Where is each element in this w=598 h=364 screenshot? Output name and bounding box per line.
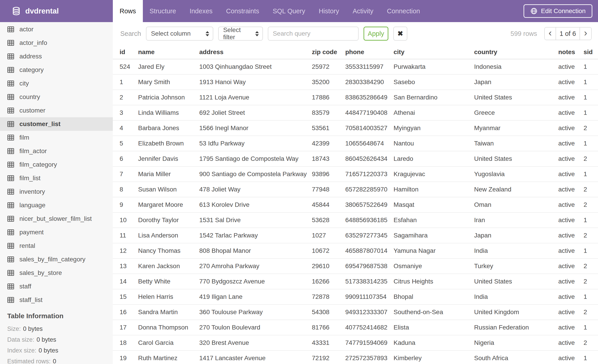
cell-city: Bhopal	[394, 289, 474, 304]
column-header-name[interactable]: name	[138, 45, 199, 59]
table-row[interactable]: 13Karen Jackson270 Amroha Parkway2961069…	[113, 259, 598, 274]
cell-name: Patricia Johnson	[138, 90, 199, 105]
column-header-sid[interactable]: sid	[583, 45, 598, 59]
cell-phone: 465887807014	[345, 243, 394, 259]
sidebar-item-film-actor[interactable]: film_actor	[0, 144, 113, 158]
sidebar-item-staff-list[interactable]: staff_list	[0, 293, 113, 307]
table-row[interactable]: 3Linda Williams692 Joliet Street83579448…	[113, 105, 598, 121]
cell-country: Yugoslavia	[474, 166, 558, 182]
table-row[interactable]: 14Betty White770 Bydgoszcz Avenue1626651…	[113, 274, 598, 289]
sidebar-item-film-list[interactable]: film_list	[0, 171, 113, 185]
cell-city: Nantou	[394, 136, 474, 151]
table-row[interactable]: 12Nancy Thomas808 Bhopal Manor1067246588…	[113, 243, 598, 259]
cell-city: Kragujevac	[394, 166, 474, 182]
tab-rows[interactable]: Rows	[113, 0, 143, 22]
tab-history[interactable]: History	[312, 0, 346, 22]
column-header-phone[interactable]: phone	[345, 45, 394, 59]
table-row[interactable]: 8Susan Wilson478 Joliet Way7794865728228…	[113, 182, 598, 197]
table-row[interactable]: 18Carol Garcia320 Brest Avenue4333174779…	[113, 335, 598, 350]
table-row[interactable]: 4Barbara Jones1566 Inegl Manor5356170581…	[113, 121, 598, 136]
cell-zip-code: 17886	[312, 90, 345, 105]
cell-name: Jennifer Davis	[138, 151, 199, 166]
column-header-id[interactable]: id	[113, 45, 138, 59]
table-row[interactable]: 524Jared Ely1003 Qinhuangdao Street25972…	[113, 59, 598, 74]
sidebar-item-actor[interactable]: actor	[0, 23, 113, 36]
table-row[interactable]: 10Dorothy Taylor1531 Sal Drive5362864885…	[113, 212, 598, 228]
cell-country: India	[474, 289, 558, 304]
sidebar-item-sales-by-store[interactable]: sales_by_store	[0, 266, 113, 280]
sidebar-item-category[interactable]: category	[0, 63, 113, 77]
cell-country: Iran	[474, 212, 558, 228]
cell-address: 53 Idfu Parkway	[199, 136, 312, 151]
column-header-country[interactable]: country	[474, 45, 558, 59]
column-select[interactable]: Select column	[146, 27, 213, 40]
tab-structure[interactable]: Structure	[143, 0, 183, 22]
cell-name: Elizabeth Brown	[138, 136, 199, 151]
sidebar-item-nicer-but-slower-film-list[interactable]: nicer_but_slower_film_list	[0, 212, 113, 226]
table-grid-icon	[7, 297, 14, 303]
sidebar-item-film[interactable]: film	[0, 131, 113, 144]
cell-zip-code: 10672	[312, 243, 345, 259]
tab-indexes[interactable]: Indexes	[183, 0, 219, 22]
column-header-notes[interactable]: notes	[558, 45, 583, 59]
sidebar-item-customer-list[interactable]: customer_list	[0, 117, 113, 131]
sidebar-item-actor-info[interactable]: actor_info	[0, 36, 113, 50]
search-query-input[interactable]	[268, 27, 358, 40]
cell-phone: 407752414682	[345, 320, 394, 335]
table-row[interactable]: 19Ruth Martinez1417 Lancaster Avenue7219…	[113, 350, 598, 364]
tab-connection[interactable]: Connection	[380, 0, 427, 22]
table-row[interactable]: 17Donna Thompson270 Toulon Boulevard8176…	[113, 320, 598, 335]
table-row[interactable]: 9Margaret Moore613 Korolev Drive45844380…	[113, 197, 598, 212]
table-grid-icon	[7, 283, 14, 290]
tab-activity[interactable]: Activity	[346, 0, 380, 22]
filter-select[interactable]: Select filter	[218, 27, 263, 40]
cell-phone: 517338314235	[345, 274, 394, 289]
table-row[interactable]: 6Jennifer Davis1795 Santiago de Composte…	[113, 151, 598, 166]
sidebar-item-label: film_actor	[19, 147, 47, 155]
cell-phone: 695479687538	[345, 259, 394, 274]
column-header-city[interactable]: city	[394, 45, 474, 59]
clear-search-button[interactable]: ✖	[393, 27, 407, 40]
sidebar-item-city[interactable]: city	[0, 77, 113, 90]
prev-page-button[interactable]: ‹	[545, 27, 556, 40]
table-row[interactable]: 2Patricia Johnson1121 Loja Avenue1788683…	[113, 90, 598, 105]
table-grid-icon	[7, 134, 14, 141]
info-value: 0	[53, 358, 56, 364]
edit-connection-label: Edit Connection	[541, 8, 586, 15]
tab-constraints[interactable]: Constraints	[219, 0, 266, 22]
cell-city: Southend-on-Sea	[394, 304, 474, 320]
sidebar-item-label: film_category	[19, 161, 57, 168]
sidebar-item-customer[interactable]: customer	[0, 104, 113, 117]
cell-city: Kimberley	[394, 350, 474, 364]
cell-notes: active	[558, 166, 583, 182]
table-row[interactable]: 1Mary Smith1913 Hanoi Way352002830338429…	[113, 74, 598, 90]
table-information-panel: Table Information Size:0 bytesData size:…	[0, 307, 113, 364]
sidebar-item-rental[interactable]: rental	[0, 239, 113, 253]
cell-address: 360 Toulouse Parkway	[199, 304, 312, 320]
data-grid-container: idnameaddresszip codephonecitycountrynot…	[113, 45, 598, 364]
table-row[interactable]: 16Sandra Martin360 Toulouse Parkway54308…	[113, 304, 598, 320]
apply-button[interactable]: Apply	[364, 27, 388, 40]
filter-select-value: Select filter	[223, 26, 252, 41]
sidebar-item-film-category[interactable]: film_category	[0, 158, 113, 171]
cell-id: 15	[113, 289, 138, 304]
sidebar-item-sales-by-film-category[interactable]: sales_by_film_category	[0, 253, 113, 266]
sidebar-item-inventory[interactable]: inventory	[0, 185, 113, 198]
cell-sid: 1	[583, 166, 598, 182]
tab-sql-query[interactable]: SQL Query	[266, 0, 312, 22]
table-row[interactable]: 7Maria Miller900 Santiago de Compostela …	[113, 166, 598, 182]
pagination: ‹ 1 of 6 ›	[544, 27, 592, 40]
sidebar-item-language[interactable]: language	[0, 198, 113, 212]
edit-connection-button[interactable]: Edit Connection	[523, 4, 592, 18]
table-row[interactable]: 15Helen Harris419 Iligan Lane72878990911…	[113, 289, 598, 304]
sidebar-item-address[interactable]: address	[0, 50, 113, 63]
sidebar-item-payment[interactable]: payment	[0, 226, 113, 239]
cell-sid: 1	[583, 350, 598, 364]
sidebar-item-staff[interactable]: staff	[0, 280, 113, 293]
next-page-button[interactable]: ›	[580, 27, 591, 40]
column-header-zip-code[interactable]: zip code	[312, 45, 345, 59]
table-row[interactable]: 11Lisa Anderson1542 Tarlac Parkway102763…	[113, 228, 598, 243]
column-header-address[interactable]: address	[199, 45, 312, 59]
sidebar-item-country[interactable]: country	[0, 90, 113, 104]
table-row[interactable]: 5Elizabeth Brown53 Idfu Parkway423991065…	[113, 136, 598, 151]
